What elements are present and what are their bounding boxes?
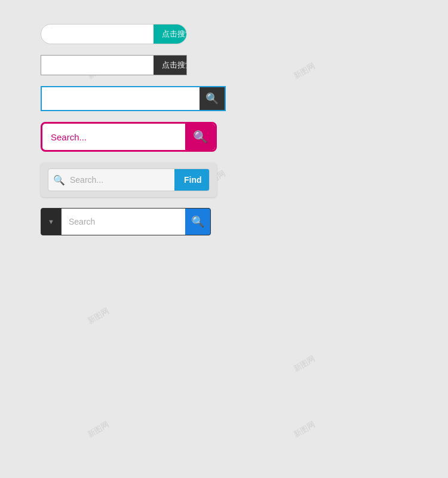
search-button-1[interactable]: 点击搜索 bbox=[154, 24, 187, 44]
dropdown-button-6[interactable]: ▼ bbox=[41, 209, 62, 235]
chevron-down-icon: ▼ bbox=[48, 218, 54, 225]
search-widget-2: 点击搜索 bbox=[41, 55, 187, 75]
watermark: 新图网 bbox=[85, 419, 111, 440]
search-icon-3: 🔍 bbox=[205, 92, 219, 105]
search-input-6[interactable] bbox=[62, 209, 185, 235]
search-icon-5: 🔍 bbox=[48, 174, 70, 186]
search-widget-5: 🔍 Find bbox=[48, 168, 210, 191]
search-button-2[interactable]: 点击搜索 bbox=[154, 56, 187, 75]
search-input-2[interactable] bbox=[41, 56, 154, 75]
search-icon-4: 🔍 bbox=[193, 130, 208, 144]
search-widget-1: 点击搜索 bbox=[41, 24, 187, 44]
find-button-5[interactable]: Find bbox=[174, 169, 210, 191]
search-widget-6: ▼ 🔍 bbox=[41, 208, 211, 235]
search-input-5[interactable] bbox=[70, 169, 174, 191]
watermark: 新图网 bbox=[291, 60, 317, 81]
search-input-4[interactable] bbox=[42, 124, 185, 150]
search-widget-3: 🔍 bbox=[41, 86, 226, 111]
search-button-3[interactable]: 🔍 bbox=[200, 87, 225, 110]
search-widget-4: 🔍 bbox=[41, 122, 217, 152]
search-input-1[interactable] bbox=[41, 24, 154, 44]
search-button-6[interactable]: 🔍 bbox=[185, 209, 210, 235]
search-input-3[interactable] bbox=[42, 87, 200, 110]
watermark: 新图网 bbox=[85, 305, 111, 326]
watermark: 新图网 bbox=[291, 353, 317, 374]
watermark: 新图网 bbox=[291, 419, 317, 440]
search-widgets-container: 点击搜索 点击搜索 🔍 🔍 🔍 Find ▼ 🔍 bbox=[41, 24, 226, 235]
search-widget-5-outer: 🔍 Find bbox=[41, 163, 217, 197]
search-button-4[interactable]: 🔍 bbox=[185, 124, 215, 150]
search-icon-6: 🔍 bbox=[191, 215, 204, 228]
